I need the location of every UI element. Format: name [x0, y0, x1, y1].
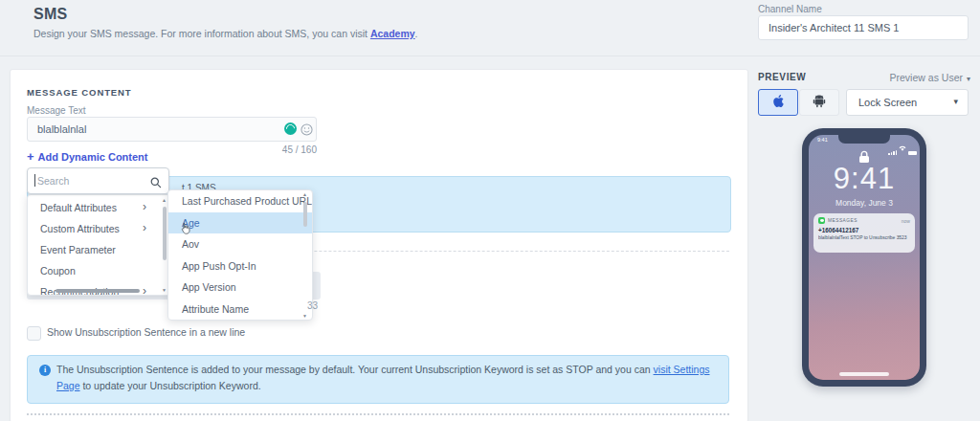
sms-channel-builder: SMS Design your SMS message. For more in… [0, 0, 980, 421]
wifi-icon [899, 138, 906, 155]
scrollbar-thumb[interactable] [303, 202, 307, 227]
notification-app-name: MESSAGES [828, 218, 902, 223]
notification-timestamp: now [902, 218, 910, 224]
unsubscription-char-counter: 33 [307, 300, 318, 311]
show-unsubscription-new-line-checkbox[interactable] [27, 326, 41, 341]
status-bar-time: 9:41 [817, 137, 828, 143]
apple-icon [772, 94, 785, 112]
page-title: SMS [33, 6, 68, 23]
add-dynamic-content-button[interactable]: +Add Dynamic Content [27, 149, 148, 164]
menu-item-label: Coupon [40, 265, 76, 277]
header-divider [0, 55, 980, 56]
lock-screen-date: Monday, June 3 [809, 198, 920, 208]
chevron-right-icon: › [143, 200, 146, 213]
info-text-prefix: The Unsubscription Sentence is added to … [56, 364, 654, 375]
menu-item-label: Custom Attributes [40, 223, 120, 234]
info-text-suffix: to update your Unsubscription Keyword. [80, 380, 261, 391]
screen-mode-select[interactable]: Lock Screen ▾ [846, 89, 969, 116]
search-icon [150, 175, 162, 192]
menu-item-coupon[interactable]: Coupon [28, 260, 171, 281]
menu-item-event-parameter[interactable]: Event Parameter [28, 239, 171, 260]
preview-section-title: PREVIEW [758, 72, 806, 82]
chevron-down-icon: ▾ [953, 97, 958, 106]
scroll-down-icon[interactable]: ▼ [302, 313, 307, 319]
page-subtitle: Design your SMS message. For more inform… [33, 28, 418, 39]
cursor-pointer-icon [179, 222, 191, 239]
scroll-up-icon[interactable]: ▲ [302, 191, 307, 197]
submenu-item-attribute-name[interactable]: Attribute Name [168, 299, 312, 321]
page-subtitle-text: Design your SMS message. For more inform… [33, 28, 370, 39]
add-dynamic-content-label: Add Dynamic Content [38, 151, 148, 163]
attribute-submenu: Last Purchased Product URL Age Aov App P… [167, 189, 313, 321]
plus-icon: + [27, 149, 34, 164]
scroll-down-icon[interactable]: ▼ [162, 287, 167, 293]
menu-item-label: Default Attributes [40, 202, 117, 213]
ios-preview-button[interactable] [758, 89, 798, 116]
academy-link[interactable]: Academy [370, 28, 415, 39]
channel-name-label: Channel Name [758, 4, 822, 14]
message-text-label: Message Text [27, 105, 86, 116]
submenu-item-app-version[interactable]: App Version [168, 277, 312, 299]
battery-icon [908, 151, 917, 155]
preview-mode-label: Preview as User [890, 72, 963, 83]
show-unsubscription-new-line-label: Show Unsubscription Sentence in a new li… [47, 326, 245, 338]
unsubscription-info-text: The Unsubscription Sentence is added to … [56, 362, 719, 394]
submenu-item-last-purchased-product-url[interactable]: Last Purchased Product URL [168, 190, 312, 212]
chevron-down-icon: ▾ [967, 75, 970, 83]
menu-item-label: Event Parameter [40, 244, 116, 255]
screen-mode-value: Lock Screen [858, 97, 917, 108]
sms-notification-card: MESSAGES now +16064412167 blalblalnlalTe… [813, 213, 915, 253]
android-icon [813, 94, 826, 112]
preview-mode-selector[interactable]: Preview as User▾ [842, 72, 970, 83]
dynamic-content-category-menu: Default Attributes› Custom Attributes› E… [27, 194, 172, 296]
chevron-right-icon: › [143, 221, 146, 234]
attribute-submenu-scrollbar[interactable]: ▲ ▼ [303, 193, 308, 317]
scrollbar-thumb[interactable] [163, 207, 167, 260]
channel-name-input[interactable] [758, 15, 969, 40]
panel-bottom-separator [27, 413, 729, 415]
dynamic-content-search[interactable] [27, 167, 169, 194]
notification-sender: +16064412167 [818, 227, 910, 233]
emoji-icon[interactable] [301, 122, 313, 135]
android-preview-button[interactable] [799, 89, 839, 116]
status-bar-icons [888, 138, 917, 155]
search-input[interactable] [33, 169, 146, 192]
message-content-section-title: MESSAGE CONTENT [27, 87, 132, 98]
info-icon: i [39, 365, 51, 376]
page-subtitle-suffix: . [415, 28, 418, 39]
chevron-right-icon: › [143, 284, 146, 296]
phone-notch [838, 135, 890, 144]
scroll-up-icon[interactable]: ▲ [162, 197, 167, 203]
lock-screen-time: 9:41 [809, 162, 920, 196]
signal-icon [888, 150, 897, 155]
notification-message: blalblalnlalText STOP to Unsubscribe 352… [818, 235, 910, 240]
char-progress-indicator-icon [284, 122, 297, 135]
char-counter: 45 / 160 [239, 144, 317, 155]
menu-item-custom-attributes[interactable]: Custom Attributes› [28, 218, 171, 239]
horizontal-scrollbar-thumb[interactable] [56, 289, 140, 293]
submenu-item-app-push-opt-in[interactable]: App Push Opt-In [168, 255, 312, 277]
menu-item-default-attributes[interactable]: Default Attributes› [28, 197, 171, 218]
messages-app-icon [818, 217, 825, 224]
home-indicator [839, 372, 889, 376]
message-text-input[interactable] [27, 117, 317, 142]
